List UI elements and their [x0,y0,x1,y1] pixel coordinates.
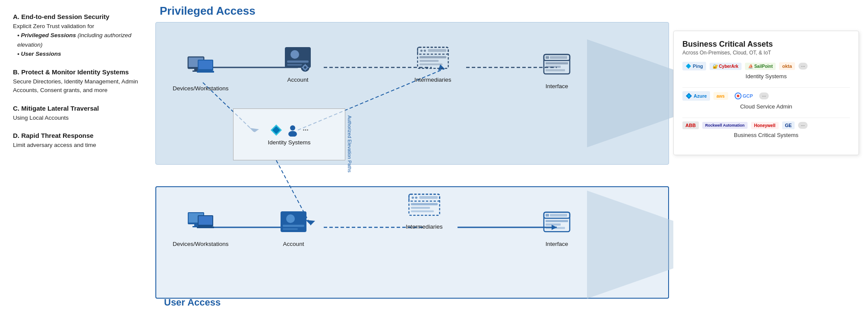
svg-rect-24 [287,64,302,66]
user-intermediaries-node: Intermediaries [406,191,443,230]
section-c-body: Using Local Accounts [13,114,138,122]
svg-point-64 [411,197,413,199]
svg-rect-29 [305,69,306,71]
logo-azure: Azure [682,91,710,101]
svg-point-27 [304,66,306,69]
svg-point-84 [737,95,739,97]
account-icon-user [278,209,309,237]
authorized-elevation-label: Authorized Elevation Paths [347,115,352,172]
user-account-label: Account [283,241,304,247]
section-a-title: A. End-to-end Session Security [13,13,138,20]
intermediaries-icon-user [407,191,442,221]
bca-bcs-logos: ABB Rockwell Automation Honeywell GE ··· [682,121,850,129]
section-c-title: C. Mitigate Lateral Traversal [13,105,138,112]
svg-rect-57 [197,226,214,228]
priv-intermediaries-icon [416,44,450,74]
logo-sailpoint: ⛵ SailPoint [745,63,776,70]
section-d: D. Rapid Threat Response Limit adversary… [13,132,138,150]
logo-rockwell: Rockwell Automation [702,122,748,129]
svg-text:aws: aws [716,94,725,99]
google-cloud-icon [735,92,742,99]
svg-rect-19 [199,61,212,69]
privileged-access-title: Privileged Access [160,4,868,18]
svg-rect-23 [287,61,309,63]
svg-rect-39 [420,64,442,65]
logo-cyberark: 🔐 CyberArk [710,63,742,70]
priv-devices-icon [183,52,218,83]
svg-rect-68 [411,207,430,209]
svg-point-49 [290,125,295,131]
svg-rect-56 [199,216,212,225]
svg-rect-60 [283,225,304,227]
user-interface-icon [540,208,574,238]
svg-marker-79 [686,64,691,69]
svg-rect-37 [420,56,446,58]
logo-okta: okta [779,62,795,70]
divider-1 [682,87,850,88]
section-b: B. Protect & Monitor Identity Systems Se… [13,68,138,95]
svg-rect-43 [550,56,567,59]
svg-rect-76 [546,227,565,229]
svg-rect-61 [283,228,298,230]
logo-ping: Ping [682,62,706,70]
user-account-icon [276,208,311,238]
svg-rect-69 [411,210,434,212]
privileged-box [155,22,669,165]
svg-rect-67 [411,203,438,205]
user-interface-node: Interface [540,208,574,247]
user-access-title: User Access [164,297,221,308]
svg-rect-30 [302,67,303,68]
workstation-icon-user [186,210,216,236]
bca-cloud-logos: Azure aws GCP [682,91,850,101]
user-intermediaries-label: Intermediaries [406,223,443,230]
svg-point-59 [286,214,295,223]
section-d-title: D. Rapid Threat Response [13,132,138,139]
svg-point-35 [423,50,426,52]
logo-google-cloud: GCP [732,91,756,101]
svg-rect-66 [419,196,438,199]
interface-icon-priv [542,52,572,78]
svg-point-65 [415,197,417,199]
svg-rect-28 [305,64,306,66]
logo-honeywell: Honeywell [751,122,778,129]
azure-diamond-icon [270,124,283,137]
logo-ge: GE [782,121,795,129]
svg-rect-74 [546,220,568,222]
section-c: C. Mitigate Lateral Traversal Using Loca… [13,105,138,122]
svg-rect-16 [194,69,198,70]
priv-intermediaries-node: Intermediaries [414,44,451,83]
interface-icon-user [542,210,572,236]
priv-account-icon [281,44,315,74]
bca-identity-logos: Ping 🔐 CyberArk ⛵ SailPoint okta ··· [682,62,850,70]
identity-systems-label: Identity Systems [268,139,310,146]
bcs-more-badge: ··· [798,122,807,129]
bca-identity-label: Identity Systems [682,73,850,80]
bca-title: Business Critical Assets [682,40,850,49]
svg-rect-31 [307,67,309,68]
section-d-body: Limit adversary access and time [13,141,138,150]
identity-icons: ··· [270,124,308,137]
diagram-area: Devices/Workstations [155,22,868,316]
section-b-body: Secure Directories, Identity Management,… [13,77,138,95]
svg-rect-45 [546,66,561,68]
identity-more: ··· [303,126,308,134]
user-devices-node: Devices/Workstations [173,208,229,247]
user-interface-label: Interface [546,241,568,247]
bullet-privileged-sessions: Privileged Sessions (including authorize… [17,31,138,49]
svg-rect-72 [546,214,549,217]
identity-more-badge: ··· [799,63,808,70]
priv-interface-node: Interface [540,50,574,89]
priv-interface-label: Interface [546,83,568,89]
priv-intermediaries-label: Intermediaries [414,76,451,83]
svg-rect-36 [428,49,446,52]
ping-icon [685,63,691,69]
svg-point-22 [290,50,299,59]
bca-identity-section: Ping 🔐 CyberArk ⛵ SailPoint okta ··· Ide… [682,62,850,80]
bca-panel: Business Critical Assets Across On-Premi… [673,31,859,155]
bca-cloud-section: Azure aws GCP [682,91,850,110]
section-a: A. End-to-end Session Security Explicit … [13,13,138,59]
azure-icon [685,92,692,99]
logo-aws: aws [713,92,728,100]
bullet-user-sessions: User Sessions [17,49,138,59]
logo-abb: ABB [682,121,699,129]
